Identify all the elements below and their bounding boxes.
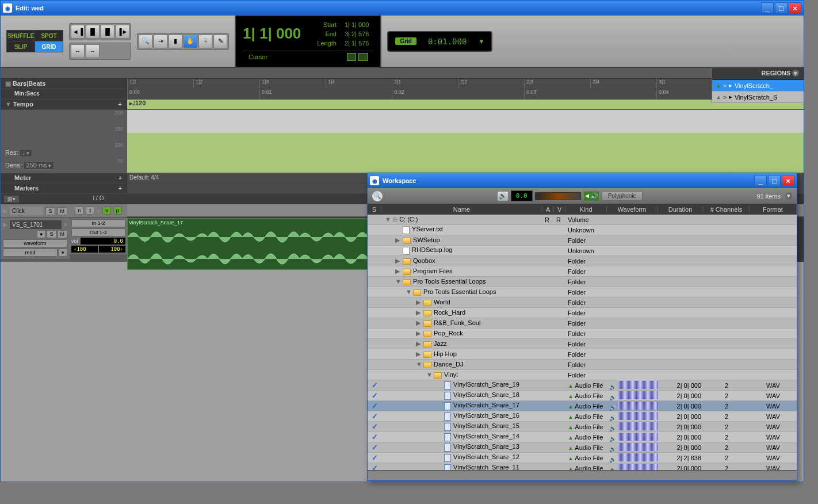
scrubber-tool-icon[interactable]: ☟ [198, 35, 212, 48]
col-channels[interactable]: # Channels [704, 206, 750, 213]
disclosure-icon[interactable]: ▶ [416, 330, 422, 337]
col-a[interactable]: A [542, 206, 554, 213]
click-p-button[interactable]: p [113, 207, 122, 215]
file-row[interactable]: ▼ Pro Tools Essential LoopsFolder [368, 277, 797, 287]
selector-tool-icon[interactable]: ▮ [169, 35, 182, 48]
file-row[interactable]: ✓ VinylScratch_Snare_11▲ Audio File🔊 2| … [368, 463, 797, 470]
speaker-icon[interactable]: 🔊 [609, 425, 616, 432]
zoom-out-v-icon[interactable]: ▐▌ [86, 25, 100, 39]
disclosure-icon[interactable]: ▼ [395, 278, 401, 285]
file-row[interactable]: ▶ QooboxFolder [368, 256, 797, 266]
disclosure-icon[interactable]: ▶ [395, 257, 401, 265]
counter-main[interactable]: 1| 1| 000 [243, 25, 301, 43]
vs-pan-right[interactable]: 100› [99, 246, 125, 253]
disclosure-icon[interactable]: ▶ [416, 299, 422, 306]
preview-level[interactable]: 0.0 [511, 190, 533, 201]
file-row[interactable]: ▼ ⊟ C: (C:)RRVolume [368, 215, 797, 225]
speaker-icon[interactable]: 🔊 [609, 415, 616, 421]
zoom-out-h-icon[interactable]: ◄▐ [71, 25, 85, 39]
file-row[interactable]: ✓ VinylScratch_Snare_12▲ Audio File🔊 2| … [368, 453, 797, 463]
audio-clip[interactable]: VinylScratch_Snare_17 [127, 218, 369, 270]
disclosure-icon[interactable]: ▶ [395, 236, 401, 244]
click-solo-button[interactable]: S [45, 207, 55, 215]
speaker-icon[interactable]: 🔊 [609, 446, 616, 452]
file-row[interactable]: ✓ VinylScratch_Snare_14▲ Audio File🔊 2| … [368, 432, 797, 442]
spot-mode-button[interactable]: SPOT [35, 30, 63, 41]
workspace-titlebar[interactable]: ◉ Workspace _ □ × [368, 173, 797, 188]
file-row[interactable]: ✓ VinylScratch_Snare_18▲ Audio File🔊 2| … [368, 391, 797, 401]
col-name[interactable]: Name [381, 206, 542, 213]
vs-waveform-view[interactable]: waveform [3, 239, 67, 247]
disclosure-icon[interactable]: ▶ [416, 340, 422, 348]
grid-value[interactable]: 0:01.000 [428, 37, 467, 46]
grid-label[interactable]: Grid [395, 37, 416, 45]
nav-left-icon[interactable]: ↔ [71, 44, 85, 58]
col-v[interactable]: V [554, 206, 565, 213]
click-track-name[interactable]: Click [10, 207, 43, 215]
vs-solo-button[interactable]: S [47, 230, 56, 238]
workspace-file-list[interactable]: ▼ ⊟ C: (C:)RRVolume YServer.txtUnknown▶ … [368, 215, 797, 470]
edit-titlebar[interactable]: ◉ Edit: wed _ □ × [1, 1, 804, 16]
disclosure-icon[interactable]: ▶ [416, 309, 422, 316]
col-format[interactable]: Format [750, 206, 797, 213]
disclosure-icon[interactable]: ▼ [426, 371, 432, 378]
click-1-button[interactable]: 1 [86, 207, 94, 215]
file-row[interactable]: RHDSetup.logUnknown [368, 246, 797, 256]
disclosure-icon[interactable]: ▶ [416, 319, 422, 327]
nav-right-icon[interactable]: ↔ [86, 44, 100, 58]
ws-close-button[interactable]: × [782, 175, 794, 186]
zoomer-tool-icon[interactable]: 🔍 [139, 35, 152, 48]
speaker-icon[interactable]: 🔊 [609, 436, 616, 442]
col-kind[interactable]: Kind [565, 206, 607, 213]
tempo-graph[interactable] [127, 110, 804, 173]
maximize-button[interactable]: □ [775, 2, 788, 14]
vs-automation-mode[interactable]: read [3, 249, 58, 257]
dens-selector[interactable]: 250 ms ▾ [24, 162, 55, 170]
grid-mode-button[interactable]: GRID [35, 41, 63, 52]
file-row[interactable]: ▶ WorldFolder [368, 297, 797, 308]
speaker-icon[interactable]: 🔊 [609, 456, 616, 463]
region-item-0[interactable]: ▲▹ ▸VinylScratch_ [712, 80, 804, 91]
file-row[interactable]: ✓ VinylScratch_Snare_16▲ Audio File🔊 2| … [368, 411, 797, 422]
vs-options-icon[interactable]: ▾ [59, 249, 67, 257]
res-selector[interactable]: ♩ ▾ [20, 149, 32, 157]
speaker-icon[interactable]: 🔊 [609, 384, 616, 390]
shuffle-mode-button[interactable]: SHUFFLE [7, 30, 35, 41]
search-icon[interactable]: 🔍 [372, 191, 383, 201]
file-row[interactable]: ▶ Pop_RockFolder [368, 329, 797, 339]
col-duration[interactable]: Duration [658, 206, 704, 213]
counter-end-value[interactable]: 3| 2| 576 [341, 30, 372, 38]
counter-start-value[interactable]: 1| 1| 000 [341, 21, 372, 29]
ws-maximize-button[interactable]: □ [768, 175, 781, 186]
file-row[interactable]: ✓ VinylScratch_Snare_17▲ Audio File🔊 2| … [368, 401, 797, 411]
preview-speaker-icon[interactable]: 🔊 [497, 191, 509, 201]
file-row[interactable]: ▶ Program FilesFolder [368, 266, 797, 277]
grabber-tool-icon[interactable]: ✋ [184, 35, 197, 48]
pencil-tool-icon[interactable]: ✎ [213, 35, 227, 48]
ws-minimize-button[interactable]: _ [754, 175, 767, 186]
col-waveform[interactable]: Waveform [607, 206, 658, 213]
counter-length-value[interactable]: 2| 1| 576 [341, 39, 372, 47]
file-row[interactable]: ▶ Rock_HardFolder [368, 308, 797, 318]
loop-preview-icon[interactable]: ◄🔊 [583, 191, 599, 201]
polyphonic-button[interactable]: Polyphonic [602, 191, 643, 201]
close-button[interactable]: × [789, 2, 801, 14]
file-row[interactable]: ▶ SWSetupFolder [368, 235, 797, 246]
cursor-icon-2[interactable] [358, 53, 368, 61]
file-row[interactable]: ▼ Pro Tools Essential LoopsFolder [368, 287, 797, 297]
disclosure-icon[interactable]: ▼ [385, 216, 391, 223]
vs-pan-left[interactable]: ‹100 [71, 246, 98, 253]
file-row[interactable]: ▶ R&B_Funk_SoulFolder [368, 318, 797, 329]
ws-menu-icon[interactable]: ▾ [785, 192, 792, 200]
minimize-button[interactable]: _ [761, 2, 774, 14]
file-row[interactable]: ✓ VinylScratch_Snare_19▲ Audio File🔊 2| … [368, 380, 797, 391]
speaker-icon[interactable]: 🔊 [609, 467, 616, 471]
file-row[interactable]: ▼ Dance_DJFolder [368, 360, 797, 370]
trim-tool-icon[interactable]: ⇥ [154, 35, 167, 48]
vs-rec-button[interactable]: ● [37, 230, 45, 238]
file-row[interactable]: ▶ Hip HopFolder [368, 349, 797, 360]
vs-mute-button[interactable]: M [58, 230, 68, 238]
file-row[interactable]: ▶ JazzFolder [368, 339, 797, 349]
vs-input[interactable]: In 1-2 [71, 219, 125, 227]
perm-v[interactable]: R [554, 216, 565, 223]
